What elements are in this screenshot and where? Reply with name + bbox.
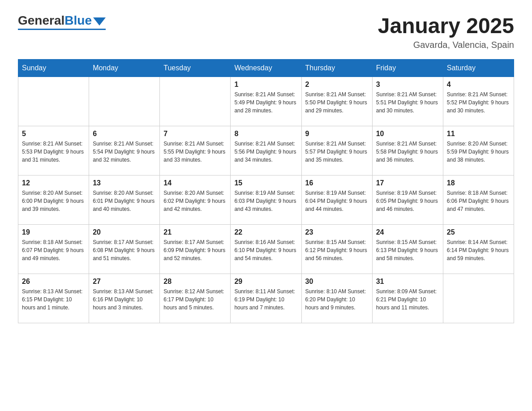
day-number: 25 <box>447 228 510 236</box>
day-cell: 30Sunrise: 8:10 AM Sunset: 6:20 PM Dayli… <box>301 274 372 323</box>
logo-general-text: General <box>18 13 64 28</box>
day-number: 6 <box>93 130 156 138</box>
day-number: 12 <box>22 179 85 187</box>
header-cell-saturday: Saturday <box>443 60 514 77</box>
day-info: Sunrise: 8:18 AM Sunset: 6:06 PM Dayligh… <box>447 189 510 213</box>
title-section: January 2025 Gavarda, Valencia, Spain <box>378 13 514 50</box>
day-cell: 31Sunrise: 8:09 AM Sunset: 6:21 PM Dayli… <box>372 274 443 323</box>
day-number: 20 <box>93 228 156 236</box>
day-info: Sunrise: 8:09 AM Sunset: 6:21 PM Dayligh… <box>376 287 439 312</box>
logo-underline <box>18 29 106 30</box>
day-info: Sunrise: 8:21 AM Sunset: 5:53 PM Dayligh… <box>22 140 85 164</box>
day-cell: 14Sunrise: 8:20 AM Sunset: 6:02 PM Dayli… <box>160 176 231 225</box>
day-cell: 9Sunrise: 8:21 AM Sunset: 5:57 PM Daylig… <box>301 126 372 176</box>
day-cell <box>89 77 160 126</box>
day-number: 14 <box>163 179 227 187</box>
day-cell: 11Sunrise: 8:20 AM Sunset: 5:59 PM Dayli… <box>443 126 514 176</box>
day-info: Sunrise: 8:13 AM Sunset: 6:15 PM Dayligh… <box>22 287 85 312</box>
day-info: Sunrise: 8:18 AM Sunset: 6:07 PM Dayligh… <box>22 238 85 262</box>
calendar-table: SundayMondayTuesdayWednesdayThursdayFrid… <box>18 59 514 323</box>
day-info: Sunrise: 8:20 AM Sunset: 6:02 PM Dayligh… <box>163 189 227 213</box>
day-info: Sunrise: 8:21 AM Sunset: 5:51 PM Dayligh… <box>376 90 439 115</box>
day-number: 15 <box>234 179 297 187</box>
day-info: Sunrise: 8:13 AM Sunset: 6:16 PM Dayligh… <box>93 287 156 312</box>
day-info: Sunrise: 8:11 AM Sunset: 6:19 PM Dayligh… <box>234 287 297 312</box>
day-info: Sunrise: 8:21 AM Sunset: 5:52 PM Dayligh… <box>447 90 510 115</box>
day-cell: 22Sunrise: 8:16 AM Sunset: 6:10 PM Dayli… <box>231 225 301 274</box>
day-cell: 10Sunrise: 8:21 AM Sunset: 5:58 PM Dayli… <box>372 126 443 176</box>
day-number: 21 <box>163 228 227 236</box>
day-cell: 17Sunrise: 8:19 AM Sunset: 6:05 PM Dayli… <box>372 176 443 225</box>
day-number: 17 <box>376 179 439 187</box>
day-cell: 27Sunrise: 8:13 AM Sunset: 6:16 PM Dayli… <box>89 274 160 323</box>
day-number: 5 <box>22 130 85 138</box>
day-number: 13 <box>93 179 156 187</box>
day-number: 26 <box>22 278 85 286</box>
day-cell: 8Sunrise: 8:21 AM Sunset: 5:56 PM Daylig… <box>231 126 301 176</box>
header-cell-tuesday: Tuesday <box>160 60 231 77</box>
header-cell-friday: Friday <box>372 60 443 77</box>
day-cell: 6Sunrise: 8:21 AM Sunset: 5:54 PM Daylig… <box>89 126 160 176</box>
day-cell: 7Sunrise: 8:21 AM Sunset: 5:55 PM Daylig… <box>160 126 231 176</box>
day-info: Sunrise: 8:21 AM Sunset: 5:49 PM Dayligh… <box>234 90 297 115</box>
day-info: Sunrise: 8:12 AM Sunset: 6:17 PM Dayligh… <box>163 287 227 312</box>
page-header: General Blue January 2025 Gavarda, Valen… <box>18 13 514 50</box>
day-number: 22 <box>234 228 297 236</box>
day-info: Sunrise: 8:17 AM Sunset: 6:09 PM Dayligh… <box>163 238 227 262</box>
calendar-header: SundayMondayTuesdayWednesdayThursdayFrid… <box>18 60 514 77</box>
day-number: 7 <box>163 130 227 138</box>
day-number: 9 <box>305 130 369 138</box>
day-number: 27 <box>93 278 156 286</box>
day-number: 23 <box>305 228 369 236</box>
day-cell: 20Sunrise: 8:17 AM Sunset: 6:08 PM Dayli… <box>89 225 160 274</box>
day-info: Sunrise: 8:21 AM Sunset: 5:50 PM Dayligh… <box>305 90 369 115</box>
week-row-2: 5Sunrise: 8:21 AM Sunset: 5:53 PM Daylig… <box>18 126 514 176</box>
calendar-title: January 2025 <box>378 13 514 38</box>
day-info: Sunrise: 8:15 AM Sunset: 6:13 PM Dayligh… <box>376 238 439 262</box>
week-row-1: 1Sunrise: 8:21 AM Sunset: 5:49 PM Daylig… <box>18 77 514 126</box>
day-cell: 5Sunrise: 8:21 AM Sunset: 5:53 PM Daylig… <box>18 126 89 176</box>
day-number: 3 <box>376 81 439 89</box>
day-cell: 25Sunrise: 8:14 AM Sunset: 6:14 PM Dayli… <box>443 225 514 274</box>
day-cell: 4Sunrise: 8:21 AM Sunset: 5:52 PM Daylig… <box>443 77 514 126</box>
day-number: 19 <box>22 228 85 236</box>
day-cell: 29Sunrise: 8:11 AM Sunset: 6:19 PM Dayli… <box>231 274 301 323</box>
header-cell-sunday: Sunday <box>18 60 89 77</box>
day-info: Sunrise: 8:15 AM Sunset: 6:12 PM Dayligh… <box>305 238 369 262</box>
day-number: 4 <box>447 81 510 89</box>
header-cell-thursday: Thursday <box>301 60 372 77</box>
day-info: Sunrise: 8:20 AM Sunset: 6:00 PM Dayligh… <box>22 189 85 213</box>
week-row-3: 12Sunrise: 8:20 AM Sunset: 6:00 PM Dayli… <box>18 176 514 225</box>
day-cell <box>18 77 89 126</box>
day-info: Sunrise: 8:19 AM Sunset: 6:05 PM Dayligh… <box>376 189 439 213</box>
day-info: Sunrise: 8:21 AM Sunset: 5:56 PM Dayligh… <box>234 140 297 164</box>
header-cell-monday: Monday <box>89 60 160 77</box>
day-cell: 16Sunrise: 8:19 AM Sunset: 6:04 PM Dayli… <box>301 176 372 225</box>
day-info: Sunrise: 8:19 AM Sunset: 6:03 PM Dayligh… <box>234 189 297 213</box>
day-info: Sunrise: 8:21 AM Sunset: 5:57 PM Dayligh… <box>305 140 369 164</box>
day-cell: 26Sunrise: 8:13 AM Sunset: 6:15 PM Dayli… <box>18 274 89 323</box>
day-number: 16 <box>305 179 369 187</box>
day-cell: 15Sunrise: 8:19 AM Sunset: 6:03 PM Dayli… <box>231 176 301 225</box>
day-cell: 3Sunrise: 8:21 AM Sunset: 5:51 PM Daylig… <box>372 77 443 126</box>
day-info: Sunrise: 8:20 AM Sunset: 6:01 PM Dayligh… <box>93 189 156 213</box>
header-row: SundayMondayTuesdayWednesdayThursdayFrid… <box>18 60 514 77</box>
day-cell: 21Sunrise: 8:17 AM Sunset: 6:09 PM Dayli… <box>160 225 231 274</box>
calendar-subtitle: Gavarda, Valencia, Spain <box>378 40 514 50</box>
day-info: Sunrise: 8:17 AM Sunset: 6:08 PM Dayligh… <box>93 238 156 262</box>
day-info: Sunrise: 8:19 AM Sunset: 6:04 PM Dayligh… <box>305 189 369 213</box>
day-cell: 13Sunrise: 8:20 AM Sunset: 6:01 PM Dayli… <box>89 176 160 225</box>
day-cell <box>443 274 514 323</box>
day-info: Sunrise: 8:21 AM Sunset: 5:54 PM Dayligh… <box>93 140 156 164</box>
logo-triangle-icon <box>93 17 106 26</box>
day-info: Sunrise: 8:16 AM Sunset: 6:10 PM Dayligh… <box>234 238 297 262</box>
day-info: Sunrise: 8:21 AM Sunset: 5:58 PM Dayligh… <box>376 140 439 164</box>
day-info: Sunrise: 8:14 AM Sunset: 6:14 PM Dayligh… <box>447 238 510 262</box>
logo-blue-text: Blue <box>64 13 92 28</box>
day-number: 2 <box>305 81 369 89</box>
day-number: 10 <box>376 130 439 138</box>
day-number: 30 <box>305 278 369 286</box>
day-cell: 19Sunrise: 8:18 AM Sunset: 6:07 PM Dayli… <box>18 225 89 274</box>
week-row-5: 26Sunrise: 8:13 AM Sunset: 6:15 PM Dayli… <box>18 274 514 323</box>
day-cell: 12Sunrise: 8:20 AM Sunset: 6:00 PM Dayli… <box>18 176 89 225</box>
